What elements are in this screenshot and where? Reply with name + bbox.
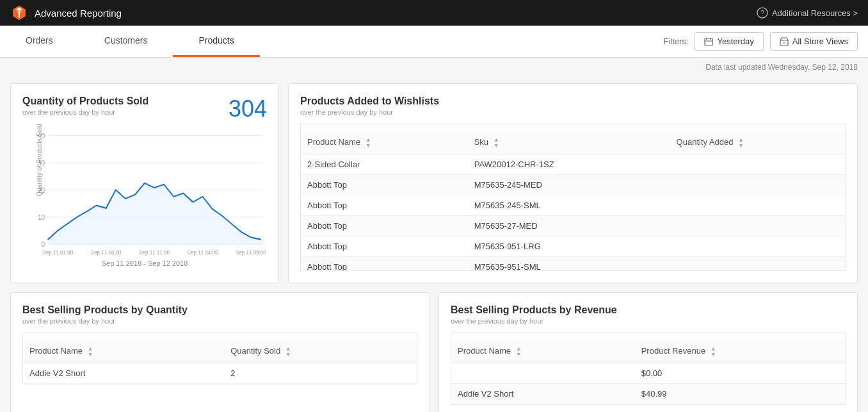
chart-area: Quantity of Products Sold 40 30 20 10 0 [22,129,267,257]
wishlist-sku: M75635-951-LRG [468,236,670,257]
table-row: Abbott Top M75635-245-SML [301,195,845,216]
additional-resources-link[interactable]: ? Additional Resources > [757,7,858,19]
top-bar: Advanced Reporting ? Additional Resource… [0,0,868,26]
help-circle-icon: ? [757,7,768,19]
yesterday-filter-button[interactable]: Yesterday [695,32,763,51]
wishlists-subtitle: over the previous day by hour [300,108,846,116]
sort-icon-br-name: ▲▼ [516,346,522,358]
svg-rect-2 [705,38,712,45]
svg-text:0: 0 [42,241,45,248]
col-qty-added[interactable]: Quantity Added ▲▼ [670,132,845,154]
br-product-name: Addie V2 Short [451,384,635,404]
yesterday-label: Yesterday [717,37,753,46]
bq-product-name: Addie V2 Short [23,363,224,384]
best-by-quantity-panel: Best Selling Products by Quantity over t… [10,292,430,412]
wishlist-sku: M75635-245-SML [468,195,670,216]
chart-header: Quantity of Products Sold over the previ… [22,95,267,122]
tab-products[interactable]: Products [173,26,259,57]
sort-icon-bq-qty: ▲▼ [285,346,291,358]
wishlist-sku: M75635-245-MED [468,175,670,195]
tab-navigation: Orders Customers Products Filters: Yeste… [0,26,868,58]
table-row: Addie V2 Short $40.99 [451,384,845,404]
best-qty-subtitle: over the previous day by hour [22,317,417,325]
sort-icon-name: ▲▼ [366,137,371,149]
calendar-icon [704,37,713,46]
quantity-sold-title: Quantity of Products Sold [22,95,149,107]
sort-icon-br-rev: ▲▼ [711,346,716,358]
wishlist-sku: PAW20012-CHR-1SZ [468,154,670,175]
data-updated-text: Data last updated Wednesday, Sep 12, 201… [705,63,858,72]
brand-label: Advanced Reporting [35,8,122,19]
filters-label: Filters: [663,37,688,46]
sort-icon-sku: ▲▼ [494,137,499,149]
col-sku[interactable]: Sku ▲▼ [468,132,670,154]
brand: Advanced Reporting [10,4,122,22]
wishlists-panel: Products Added to Wishlists over the pre… [288,83,858,283]
wishlist-qty [670,154,845,175]
svg-text:Sep 11 01:00: Sep 11 01:00 [42,250,73,256]
wishlist-qty [670,236,845,257]
col-product-name[interactable]: Product Name ▲▼ [301,132,468,154]
wishlist-qty [670,257,845,272]
wishlist-product-name: Abbott Top [301,216,468,236]
table-row: Addie V2 Short 2 [23,363,417,384]
br-product-name [451,363,635,384]
chart-y-axis-label: Quantity of Products Sold [36,124,43,196]
additional-resources-label: Additional Resources > [772,8,858,18]
quantity-sold-number: 304 [229,95,267,122]
col-br-product-revenue[interactable]: Product Revenue ▲▼ [635,341,845,363]
line-chart: 40 30 20 10 0 Sep 11 01:00 Sep 11 06:00 … [22,129,267,244]
sort-icon-bq-name: ▲▼ [88,346,93,358]
quantity-sold-subtitle: over the previous day by hour [22,108,149,116]
quantity-sold-panel: Quantity of Products Sold over the previ… [10,83,279,283]
svg-text:Sep 11 11:00: Sep 11 11:00 [139,250,170,256]
sort-icon-qty: ▲▼ [738,137,744,149]
best-qty-table-container[interactable]: Product Name ▲▼ Quantity Sold ▲▼ Addie V… [22,333,417,384]
chart-title-group: Quantity of Products Sold over the previ… [22,95,149,116]
wishlist-qty [670,175,845,195]
all-store-views-label: All Store Views [792,37,848,46]
wishlist-sku: M75635-951-SML [468,257,670,272]
best-rev-title: Best Selling Products by Revenue [451,304,846,316]
wishlist-sku: M75635-27-MED [468,216,670,236]
wishlist-qty [670,216,845,236]
wishlist-qty [670,195,845,216]
best-qty-title: Best Selling Products by Quantity [22,304,417,316]
table-row: Abbott Top M75635-951-LRG [301,236,845,257]
col-bq-product-name[interactable]: Product Name ▲▼ [23,341,224,363]
wishlists-title: Products Added to Wishlists [300,95,846,107]
filters-area: Filters: Yesterday All Store Views [663,26,868,57]
tab-orders[interactable]: Orders [0,26,79,57]
wishlist-product-name: 2-Sided Collar [301,154,468,175]
table-row: Abbott Top M75635-245-MED [301,175,845,195]
best-rev-table-container[interactable]: Product Name ▲▼ Product Revenue ▲▼ $0.00… [451,333,846,405]
svg-text:Sep 11 06:00: Sep 11 06:00 [91,250,122,256]
bq-qty-sold: 2 [224,363,417,384]
table-row: 2-Sided Collar PAW20012-CHR-1SZ [301,154,845,175]
svg-text:Sep 11 09:00: Sep 11 09:00 [236,250,266,256]
br-product-revenue: $40.99 [635,384,845,404]
svg-text:Sep 11 04:00: Sep 11 04:00 [188,250,218,256]
wishlists-table-container[interactable]: Product Name ▲▼ Sku ▲▼ Quantity Added ▲▼ [300,124,846,271]
svg-marker-18 [48,183,264,244]
bottom-row: Best Selling Products by Quantity over t… [10,292,858,412]
chart-date-range: Sep 11 2018 - Sep 12 2018 [22,260,267,267]
all-store-views-filter-button[interactable]: All Store Views [770,32,858,51]
table-row: $0.00 [451,363,845,384]
wishlist-product-name: Abbott Top [301,257,468,272]
top-row: Quantity of Products Sold over the previ… [10,83,858,283]
main-content: Quantity of Products Sold over the previ… [0,77,868,412]
table-row: Abbott Top M75635-27-MED [301,216,845,236]
table-row: Abbott Top M75635-951-SML [301,257,845,272]
store-icon [780,37,789,46]
col-bq-qty-sold[interactable]: Quantity Sold ▲▼ [224,341,417,363]
magento-logo-icon [10,4,28,22]
data-updated-bar: Data last updated Wednesday, Sep 12, 201… [0,58,868,77]
col-br-product-name[interactable]: Product Name ▲▼ [451,341,635,363]
best-by-revenue-panel: Best Selling Products by Revenue over th… [438,292,858,412]
tab-customers[interactable]: Customers [79,26,173,57]
wishlist-product-name: Abbott Top [301,195,468,216]
tab-spacer [260,26,664,57]
svg-text:?: ? [760,9,764,17]
wishlist-product-name: Abbott Top [301,175,468,195]
